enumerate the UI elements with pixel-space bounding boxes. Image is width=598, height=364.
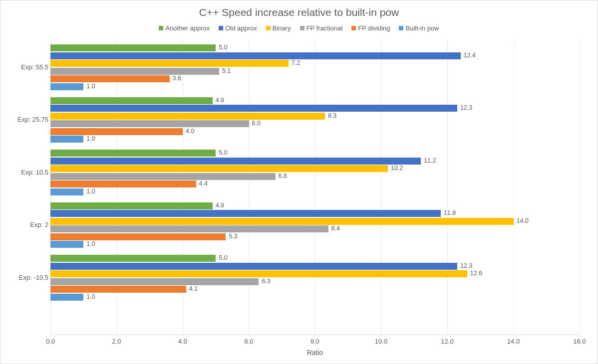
x-tick-label: 6.0 bbox=[234, 338, 264, 345]
grid-line bbox=[580, 40, 580, 335]
bar-value-label: 1.0 bbox=[86, 240, 95, 247]
bar: 11.8 bbox=[50, 210, 441, 217]
chart-container: C++ Speed increase relative to built-in … bbox=[0, 0, 598, 364]
bar: 11.2 bbox=[50, 158, 421, 165]
bar-value-label: 4.1 bbox=[189, 285, 198, 292]
legend-item: FP fractional bbox=[300, 24, 343, 32]
bar: 12.4 bbox=[50, 52, 461, 59]
legend-swatch bbox=[266, 26, 271, 30]
bar: 5.1 bbox=[50, 68, 219, 75]
bar: 7.2 bbox=[50, 60, 289, 67]
legend-swatch bbox=[351, 26, 356, 30]
bar: 12.3 bbox=[50, 263, 457, 270]
legend-label: FP fractional bbox=[306, 24, 343, 32]
x-axis-label: Ratio bbox=[50, 349, 580, 357]
bar: 3.6 bbox=[50, 75, 170, 82]
x-tick-label: 12.0 bbox=[432, 338, 462, 345]
bar-value-label: 5.0 bbox=[219, 149, 227, 156]
bar-value-label: 12.3 bbox=[460, 262, 472, 269]
bar-value-label: 1.0 bbox=[86, 188, 95, 195]
category-group: Exp: 55.55.012.47.25.13.61.0 bbox=[50, 44, 580, 90]
bar: 4.0 bbox=[50, 128, 183, 135]
legend-swatch bbox=[219, 26, 223, 30]
legend-item: Another approx bbox=[159, 24, 210, 32]
bar: 5.3 bbox=[50, 233, 226, 240]
bar: 14.0 bbox=[50, 218, 514, 225]
category-group: Exp: 25.754.912.38.36.04.01.0 bbox=[50, 97, 580, 143]
bar-value-label: 12.6 bbox=[470, 270, 482, 277]
bar: 6.0 bbox=[50, 120, 249, 127]
bar: 1.0 bbox=[50, 294, 83, 301]
bar: 8.4 bbox=[50, 225, 328, 232]
bar-value-label: 5.1 bbox=[222, 67, 231, 74]
bar-value-label: 6.3 bbox=[262, 278, 270, 285]
bar-value-label: 11.8 bbox=[444, 209, 456, 216]
bar: 5.0 bbox=[50, 150, 216, 157]
bar-value-label: 1.0 bbox=[86, 293, 95, 300]
legend-item: FP dividing bbox=[351, 24, 390, 32]
bar: 5.0 bbox=[50, 44, 216, 51]
legend-label: Another approx bbox=[165, 24, 210, 32]
bar-value-label: 5.3 bbox=[229, 233, 237, 240]
legend-item: Old approx bbox=[219, 24, 257, 32]
legend-item: Binary bbox=[266, 24, 291, 32]
bar: 1.0 bbox=[50, 241, 83, 248]
bar: 1.0 bbox=[50, 136, 83, 143]
legend-swatch bbox=[159, 26, 163, 30]
category-label: Exp: 55.5 bbox=[0, 63, 48, 71]
bar-value-label: 6.0 bbox=[252, 120, 261, 127]
category-group: Exp: 10.55.011.210.26.84.41.0 bbox=[50, 150, 580, 195]
legend-swatch bbox=[300, 26, 304, 30]
bar: 5.0 bbox=[50, 255, 216, 262]
bar-value-label: 4.9 bbox=[216, 202, 224, 209]
x-tick-label: 2.0 bbox=[102, 338, 132, 345]
x-tick-label: 16.0 bbox=[565, 338, 595, 345]
bar-value-label: 12.4 bbox=[464, 52, 476, 59]
bar: 4.9 bbox=[50, 97, 213, 104]
category-label: Exp: 2 bbox=[0, 221, 48, 229]
x-tick-label: 8.0 bbox=[300, 338, 330, 345]
bar-value-label: 4.0 bbox=[186, 128, 194, 135]
legend-swatch bbox=[399, 26, 403, 30]
x-tick-label: 14.0 bbox=[499, 338, 529, 345]
bar-value-label: 6.8 bbox=[279, 173, 287, 180]
bar: 10.2 bbox=[50, 165, 388, 172]
category-group: Exp: -10.55.012.312.66.34.11.0 bbox=[50, 255, 580, 301]
bar-value-label: 11.2 bbox=[424, 157, 436, 164]
bar-value-label: 1.0 bbox=[86, 83, 95, 90]
bar: 8.3 bbox=[50, 113, 325, 120]
bar-value-label: 4.9 bbox=[216, 97, 224, 104]
bar-value-label: 8.3 bbox=[328, 112, 336, 119]
bar-value-label: 5.0 bbox=[219, 254, 227, 261]
category-label: Exp: 25.75 bbox=[0, 116, 48, 124]
chart-title: C++ Speed increase relative to built-in … bbox=[0, 6, 598, 18]
bar: 1.0 bbox=[50, 188, 83, 195]
bar-value-label: 10.2 bbox=[391, 165, 403, 172]
bar: 4.4 bbox=[50, 181, 196, 187]
legend-label: FP dividing bbox=[358, 24, 390, 32]
bar: 12.6 bbox=[50, 270, 467, 277]
bar: 4.1 bbox=[50, 286, 186, 293]
bar-value-label: 1.0 bbox=[86, 135, 95, 142]
legend-label: Built-in pow bbox=[405, 24, 439, 32]
bar: 4.9 bbox=[50, 202, 213, 209]
bar-value-label: 4.4 bbox=[199, 180, 208, 187]
legend-label: Old approx bbox=[225, 24, 257, 32]
bar-value-label: 14.0 bbox=[517, 217, 529, 224]
bar: 6.8 bbox=[50, 173, 276, 180]
bar: 6.3 bbox=[50, 278, 259, 285]
legend-label: Binary bbox=[273, 24, 291, 32]
bar-value-label: 7.2 bbox=[292, 59, 300, 66]
bar: 12.3 bbox=[50, 105, 457, 112]
legend: Another approxOld approxBinaryFP fractio… bbox=[0, 24, 598, 32]
category-group: Exp: 24.911.814.08.45.31.0 bbox=[50, 202, 580, 248]
bar-value-label: 8.4 bbox=[331, 225, 340, 232]
legend-item: Built-in pow bbox=[399, 24, 439, 32]
x-tick-label: 0.0 bbox=[35, 338, 65, 345]
plot-area: Ratio 0.02.04.06.08.010.012.014.016.0Exp… bbox=[50, 40, 580, 335]
category-label: Exp: -10.5 bbox=[0, 274, 48, 282]
x-tick-label: 4.0 bbox=[168, 338, 198, 345]
bar: 1.0 bbox=[50, 83, 83, 90]
bar-value-label: 3.6 bbox=[173, 75, 181, 82]
bar-value-label: 12.3 bbox=[460, 104, 472, 111]
